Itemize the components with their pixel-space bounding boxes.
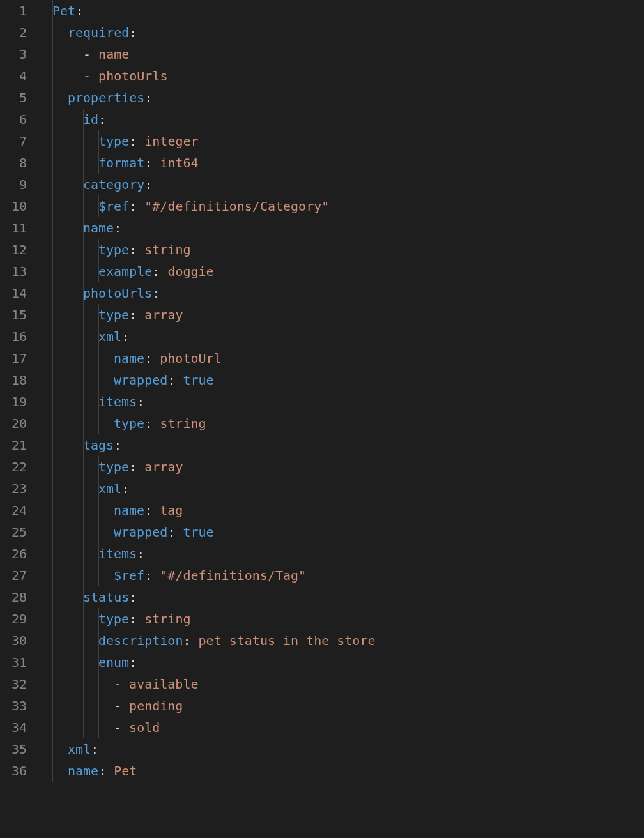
token-punc <box>175 524 183 540</box>
code-line[interactable]: required: <box>37 22 644 43</box>
token-str: string <box>144 242 190 257</box>
code-line-content: name: tag <box>37 503 183 518</box>
code-line[interactable]: wrapped: true <box>37 521 644 543</box>
token-punc: : <box>137 394 144 409</box>
token-key: properties <box>68 90 144 105</box>
token-str: name <box>98 47 129 62</box>
token-str: Pet <box>114 763 137 779</box>
code-line-content: wrapped: true <box>37 372 214 388</box>
token-punc: : <box>121 329 129 344</box>
token-punc <box>91 47 98 62</box>
code-line[interactable]: tags: <box>37 434 644 456</box>
token-str: pet status in the store <box>199 633 376 648</box>
token-punc: : <box>114 220 121 236</box>
code-area[interactable]: Pet:required:- name- photoUrlsproperties… <box>37 0 644 838</box>
code-line[interactable]: description: pet status in the store <box>37 630 644 651</box>
token-str: int64 <box>160 155 198 171</box>
token-key: enum <box>98 655 129 670</box>
code-line[interactable]: type: string <box>37 239 644 261</box>
code-line[interactable]: enum: <box>37 651 644 673</box>
token-dash: - <box>114 698 121 713</box>
code-line[interactable]: properties: <box>37 87 644 109</box>
token-dash: - <box>83 47 91 62</box>
code-editor[interactable]: 1234567891011121314151617181920212223242… <box>0 0 644 838</box>
token-str: available <box>129 676 198 692</box>
code-line[interactable]: type: integer <box>37 130 644 152</box>
code-line[interactable]: - photoUrls <box>37 65 644 87</box>
code-line-content: - pending <box>37 698 183 713</box>
code-line[interactable]: type: string <box>37 608 644 630</box>
code-line[interactable]: category: <box>37 174 644 195</box>
token-dash: - <box>83 68 91 84</box>
token-key: type <box>98 459 129 475</box>
token-punc: : <box>114 438 121 453</box>
token-str: integer <box>144 133 198 149</box>
token-punc: : <box>129 25 137 40</box>
code-line[interactable]: name: photoUrl <box>37 347 644 369</box>
code-line[interactable]: xml: <box>37 478 644 499</box>
code-line[interactable]: Pet: <box>37 0 644 22</box>
code-line[interactable]: items: <box>37 543 644 565</box>
code-line[interactable]: photoUrls: <box>37 282 644 304</box>
token-key: xml <box>98 329 121 344</box>
code-line[interactable]: name: Pet <box>37 760 644 782</box>
code-line-content: type: integer <box>37 133 199 149</box>
code-line[interactable]: type: string <box>37 413 644 434</box>
token-key: status <box>83 590 129 605</box>
token-punc <box>91 68 98 84</box>
token-punc: : <box>121 481 129 496</box>
token-str: photoUrls <box>98 68 167 84</box>
token-str: photoUrl <box>160 351 221 366</box>
line-number: 24 <box>0 499 27 521</box>
code-line[interactable]: $ref: "#/definitions/Category" <box>37 195 644 217</box>
code-line[interactable]: - name <box>37 43 644 65</box>
code-line[interactable]: $ref: "#/definitions/Tag" <box>37 565 644 586</box>
code-line[interactable]: - sold <box>37 717 644 738</box>
code-line[interactable]: format: int64 <box>37 152 644 174</box>
line-number: 10 <box>0 195 27 217</box>
token-bool: true <box>183 372 213 388</box>
code-line[interactable]: type: array <box>37 304 644 326</box>
code-line-content: photoUrls: <box>37 286 160 301</box>
token-punc <box>137 242 144 257</box>
line-number: 17 <box>0 347 27 369</box>
line-number: 1 <box>0 0 27 22</box>
code-line[interactable]: status: <box>37 586 644 608</box>
code-line[interactable]: items: <box>37 391 644 413</box>
code-line-content: wrapped: true <box>37 524 214 540</box>
token-punc: : <box>137 546 144 561</box>
line-number: 28 <box>0 586 27 608</box>
code-line[interactable]: - pending <box>37 695 644 717</box>
code-line[interactable]: type: array <box>37 456 644 478</box>
code-line[interactable]: example: doggie <box>37 261 644 282</box>
token-punc <box>137 307 144 323</box>
code-line-content: category: <box>37 177 152 192</box>
code-line[interactable]: name: <box>37 217 644 239</box>
code-line-content: type: array <box>37 459 183 475</box>
line-number: 36 <box>0 760 27 782</box>
token-punc <box>152 503 160 518</box>
token-key: name <box>83 220 114 236</box>
token-punc: : <box>152 286 160 301</box>
code-line[interactable]: xml: <box>37 326 644 347</box>
token-dash: - <box>114 720 121 735</box>
line-number: 27 <box>0 565 27 586</box>
token-punc: : <box>144 568 152 583</box>
token-punc <box>152 568 160 583</box>
code-line[interactable]: xml: <box>37 738 644 760</box>
line-number: 20 <box>0 413 27 434</box>
token-key: items <box>98 546 137 561</box>
line-number: 35 <box>0 738 27 760</box>
code-line-content: xml: <box>37 329 129 344</box>
token-key: name <box>68 763 98 779</box>
code-line[interactable]: - available <box>37 673 644 695</box>
code-line[interactable]: id: <box>37 109 644 130</box>
code-line[interactable]: name: tag <box>37 499 644 521</box>
code-line[interactable]: wrapped: true <box>37 369 644 391</box>
token-str: pending <box>129 698 183 713</box>
token-punc: : <box>144 351 152 366</box>
line-number-gutter: 1234567891011121314151617181920212223242… <box>0 0 37 838</box>
code-line-content: description: pet status in the store <box>37 633 376 648</box>
code-line-content: name: photoUrl <box>37 351 222 366</box>
code-line-content: - photoUrls <box>37 68 167 84</box>
